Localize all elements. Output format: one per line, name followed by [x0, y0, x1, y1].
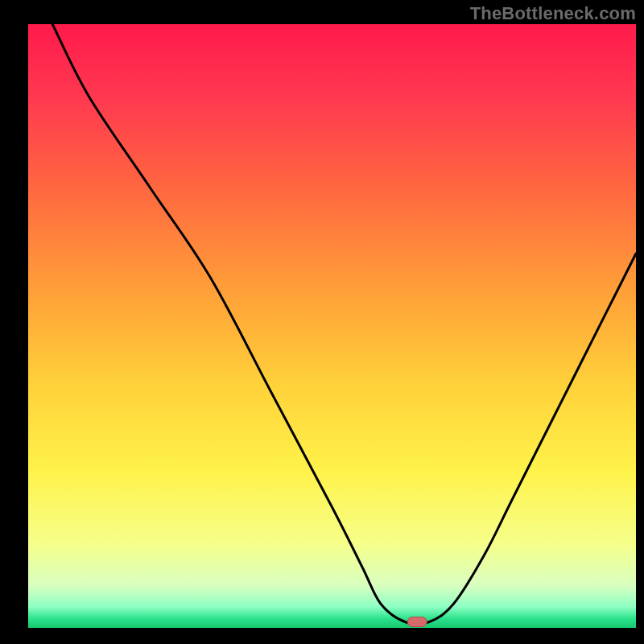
optimum-marker	[407, 617, 427, 627]
frame-right	[636, 0, 644, 644]
frame-bottom	[0, 628, 644, 644]
frame-left	[0, 0, 28, 644]
bottleneck-chart	[0, 0, 644, 644]
chart-stage: TheBottleneck.com	[0, 0, 644, 644]
plot-background	[28, 24, 636, 628]
watermark-text: TheBottleneck.com	[470, 3, 636, 24]
